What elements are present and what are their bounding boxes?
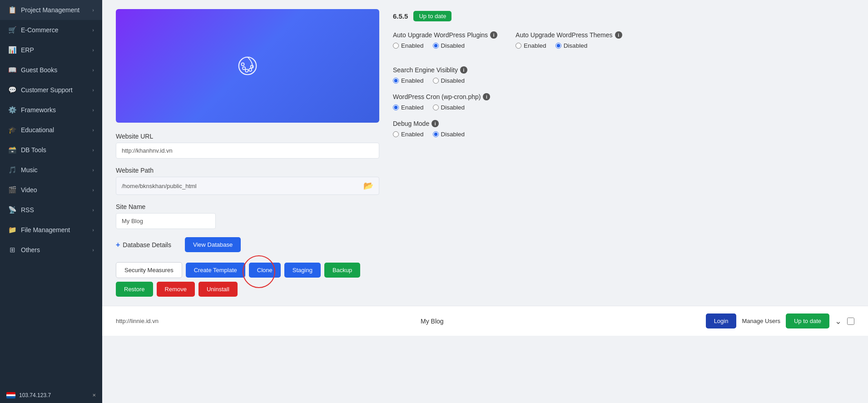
sidebar-item-music[interactable]: 🎵 Music ›	[0, 160, 102, 180]
sidebar-chevron-project-management: ›	[92, 7, 94, 13]
radio-input-enabled-wp-cron[interactable]	[393, 104, 399, 110]
radio-input-enabled-auto-upgrade-plugins[interactable]	[393, 43, 399, 49]
sidebar-chevron-erp: ›	[92, 47, 94, 53]
option-title-wp-cron: WordPress Cron (wp-cron.php) i	[393, 93, 854, 100]
sidebar-label-project-management: Project Management	[21, 6, 79, 14]
sidebar-item-file-management[interactable]: 📁 File Management ›	[0, 220, 102, 240]
radio-enabled-debug-mode[interactable]: Enabled	[393, 131, 424, 138]
footer-url: http://linnie.id.vn	[116, 318, 159, 324]
radio-input-disabled-wp-cron[interactable]	[433, 104, 439, 110]
website-url-input[interactable]	[116, 143, 379, 159]
sidebar-label-erp: ERP	[21, 46, 34, 54]
radio-input-enabled-auto-upgrade-themes[interactable]	[516, 43, 521, 49]
sidebar-label-educational: Educational	[21, 126, 54, 134]
radio-disabled-auto-upgrade-themes[interactable]: Disabled	[556, 42, 588, 49]
radio-group-search-engine-visibility: Enabled Disabled	[393, 77, 854, 84]
info-icon-wp-cron[interactable]: i	[483, 93, 490, 100]
sidebar-item-e-commerce[interactable]: 🛒 E-Commerce ›	[0, 20, 102, 40]
sidebar-item-project-management[interactable]: 📋 Project Management ›	[0, 0, 102, 20]
sidebar-item-customer-support[interactable]: 💬 Customer Support ›	[0, 80, 102, 100]
sidebar-icon-others: ⊞	[8, 246, 16, 254]
sidebar-icon-guest-books: 📖	[8, 66, 16, 74]
sidebar-icon-project-management: 📋	[8, 6, 16, 14]
website-path-input[interactable]	[116, 179, 358, 194]
sidebar-label-others: Others	[21, 246, 40, 254]
site-name-group: Site Name	[116, 203, 379, 229]
site-name-input[interactable]	[116, 213, 216, 229]
backup-button[interactable]: Backup	[324, 263, 360, 278]
create-template-button[interactable]: Create Template	[186, 263, 245, 278]
svg-point-5	[241, 63, 244, 65]
sidebar-item-video[interactable]: 🎬 Video ›	[0, 180, 102, 200]
info-icon-auto-upgrade-themes[interactable]: i	[615, 31, 622, 39]
sidebar-chevron-file-management: ›	[92, 227, 94, 233]
options-container: Auto Upgrade WordPress Plugins i Enabled…	[393, 31, 854, 138]
option-group-search-engine-visibility: Search Engine Visiblity i Enabled Disabl…	[393, 66, 854, 84]
uninstall-button[interactable]: Uninstall	[198, 282, 238, 297]
sidebar-item-rss[interactable]: 📡 RSS ›	[0, 200, 102, 220]
radio-enabled-auto-upgrade-plugins[interactable]: Enabled	[393, 42, 424, 49]
sidebar-label-frameworks: Frameworks	[21, 106, 56, 114]
options-top-row: Auto Upgrade WordPress Plugins i Enabled…	[393, 31, 854, 58]
option-group-wp-cron: WordPress Cron (wp-cron.php) i Enabled D…	[393, 93, 854, 111]
radio-input-disabled-debug-mode[interactable]	[433, 131, 439, 137]
option-group-auto-upgrade-plugins: Auto Upgrade WordPress Plugins i Enabled…	[393, 31, 497, 49]
radio-group-debug-mode: Enabled Disabled	[393, 131, 854, 138]
info-icon-auto-upgrade-plugins[interactable]: i	[490, 31, 497, 39]
website-url-label: Website URL	[116, 133, 379, 140]
sidebar-label-e-commerce: E-Commerce	[21, 26, 58, 34]
sidebar-item-frameworks[interactable]: ⚙️ Frameworks ›	[0, 100, 102, 120]
option-group-debug-mode: Debug Mode i Enabled Disabled	[393, 120, 854, 138]
radio-input-disabled-auto-upgrade-themes[interactable]	[556, 43, 561, 49]
staging-button[interactable]: Staging	[284, 263, 321, 278]
view-database-button[interactable]: View Database	[185, 237, 241, 252]
palette-icon	[232, 50, 263, 82]
svg-point-4	[251, 65, 253, 68]
radio-enabled-search-engine-visibility[interactable]: Enabled	[393, 77, 424, 84]
sidebar-icon-music: 🎵	[8, 166, 16, 174]
ip-bar: 103.74.123.7 ×	[0, 387, 102, 403]
info-icon-debug-mode[interactable]: i	[432, 120, 439, 127]
ip-close-button[interactable]: ×	[92, 392, 96, 398]
radio-disabled-search-engine-visibility[interactable]: Disabled	[433, 77, 465, 84]
radio-input-enabled-search-engine-visibility[interactable]	[393, 78, 399, 84]
radio-input-disabled-search-engine-visibility[interactable]	[433, 78, 439, 84]
sidebar: 📋 Project Management › 🛒 E-Commerce › 📊 …	[0, 0, 102, 403]
radio-enabled-auto-upgrade-themes[interactable]: Enabled	[516, 42, 546, 49]
plus-icon: +	[116, 241, 120, 249]
radio-input-enabled-debug-mode[interactable]	[393, 131, 399, 137]
sidebar-icon-customer-support: 💬	[8, 86, 16, 94]
sidebar-chevron-db-tools: ›	[92, 147, 94, 153]
left-panel: Website URL Website Path 📂 Site Name + D…	[116, 9, 379, 297]
database-details-label: + Database Details	[116, 241, 171, 249]
website-url-group: Website URL	[116, 133, 379, 159]
sidebar-item-db-tools[interactable]: 🗃️ DB Tools ›	[0, 140, 102, 160]
sidebar-icon-rss: 📡	[8, 206, 16, 214]
remove-button[interactable]: Remove	[157, 282, 195, 297]
sidebar-item-erp[interactable]: 📊 ERP ›	[0, 40, 102, 60]
database-row: + Database Details View Database	[116, 237, 379, 252]
radio-disabled-auto-upgrade-plugins[interactable]: Disabled	[433, 42, 465, 49]
sidebar-label-customer-support: Customer Support	[21, 86, 73, 94]
sidebar-item-educational[interactable]: 🎓 Educational ›	[0, 120, 102, 140]
svg-point-1	[243, 67, 245, 70]
sidebar-item-guest-books[interactable]: 📖 Guest Books ›	[0, 60, 102, 80]
website-path-group: Website Path 📂	[116, 167, 379, 195]
footer-chevron-icon[interactable]: ⌄	[835, 316, 842, 326]
sidebar-chevron-e-commerce: ›	[92, 27, 94, 33]
security-measures-button[interactable]: Security Measures	[116, 262, 182, 278]
svg-point-2	[245, 69, 248, 72]
clone-button[interactable]: Clone	[249, 263, 281, 278]
manage-users-button[interactable]: Manage Users	[742, 318, 780, 324]
info-icon-search-engine-visibility[interactable]: i	[460, 66, 467, 74]
footer-checkbox[interactable]	[847, 318, 854, 325]
radio-enabled-wp-cron[interactable]: Enabled	[393, 104, 424, 111]
radio-input-disabled-auto-upgrade-plugins[interactable]	[433, 43, 439, 49]
restore-button[interactable]: Restore	[116, 282, 153, 297]
sidebar-item-others[interactable]: ⊞ Others ›	[0, 240, 102, 260]
footer-up-to-date-button[interactable]: Up to date	[786, 313, 829, 328]
radio-disabled-wp-cron[interactable]: Disabled	[433, 104, 465, 111]
radio-disabled-debug-mode[interactable]: Disabled	[433, 131, 465, 138]
login-button[interactable]: Login	[706, 313, 737, 328]
browse-folder-button[interactable]: 📂	[358, 177, 379, 194]
